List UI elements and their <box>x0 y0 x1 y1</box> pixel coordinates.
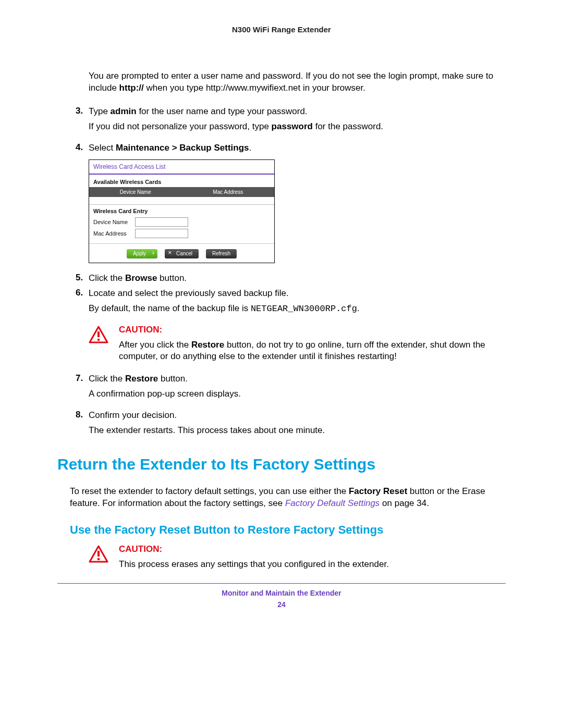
step-8: 8. Confirm your decision. <box>76 410 506 422</box>
text: on page 34. <box>380 498 429 508</box>
step-3: 3. Type admin for the user name and type… <box>76 106 506 118</box>
field-row-device: Device Name <box>89 216 274 228</box>
step-number: 7. <box>76 373 89 385</box>
step-3-followup: If you did not personalize your password… <box>89 121 506 133</box>
text-bold: password <box>272 121 313 131</box>
svg-rect-5 <box>97 558 100 560</box>
footer-rule <box>57 583 506 584</box>
step-6: 6. Locate and select the previously save… <box>76 288 506 300</box>
text: for the user name and type your password… <box>137 106 308 116</box>
caution-block: CAUTION: This process erases any setting… <box>89 544 506 571</box>
text: By default, the name of the backup file … <box>89 303 251 313</box>
field-label: Mac Address <box>93 230 135 237</box>
caution-label: CAUTION: <box>119 325 506 335</box>
text: Click the <box>89 273 125 283</box>
section-label: Wireless Card Entry <box>89 205 274 216</box>
svg-rect-2 <box>97 339 100 341</box>
device-name-input[interactable] <box>135 217 188 227</box>
section-label: Available Wireless Cards <box>89 175 274 187</box>
text: button. <box>158 374 188 384</box>
caution-label: CAUTION: <box>119 544 506 554</box>
step-7-followup: A confirmation pop-up screen displays. <box>89 388 506 400</box>
text: . <box>357 303 360 313</box>
text-bold: Restore <box>191 340 224 350</box>
cancel-button[interactable]: Cancel <box>165 249 199 258</box>
text: when you type http://www.mywifiext.net i… <box>144 83 365 93</box>
button-row: Apply Cancel Refresh <box>89 243 274 263</box>
text: If you did not personalize your password… <box>89 121 272 131</box>
apply-button[interactable]: Apply <box>127 249 157 258</box>
step-8-followup: The extender restarts. This process take… <box>89 425 506 437</box>
page-number: 24 <box>57 600 506 609</box>
svg-rect-4 <box>97 551 100 557</box>
text-bold: Maintenance > Backup Settings <box>116 143 249 153</box>
text: Select <box>89 143 116 153</box>
table-header: Device Name Mac Address <box>89 187 274 197</box>
doc-header: N300 WiFi Range Extender <box>57 25 506 34</box>
step-number: 4. <box>76 142 89 154</box>
text: for the password. <box>313 121 383 131</box>
text: Click the <box>89 374 125 384</box>
factory-reset-intro: To reset the extender to factory default… <box>70 486 506 510</box>
text: Locate and select the previously saved b… <box>89 288 506 300</box>
step-4: 4. Select Maintenance > Backup Settings. <box>76 142 506 154</box>
caution-icon <box>89 544 112 571</box>
table-row <box>89 197 274 205</box>
step-number: 5. <box>76 273 89 285</box>
step-6-followup: By default, the name of the backup file … <box>89 303 506 315</box>
text: . <box>249 143 252 153</box>
footer-section-title: Monitor and Maintain the Extender <box>57 589 506 597</box>
intro-paragraph: You are prompted to enter a user name an… <box>89 70 506 94</box>
text: To reset the extender to factory default… <box>70 486 349 496</box>
text-bold: http:// <box>119 83 144 93</box>
embedded-screenshot: Wireless Card Access List Available Wire… <box>89 159 275 263</box>
col-device-name: Device Name <box>89 189 182 195</box>
text: Type <box>89 106 111 116</box>
step-7: 7. Click the Restore button. <box>76 373 506 385</box>
panel-title: Wireless Card Access List <box>89 160 274 175</box>
field-label: Device Name <box>93 219 135 225</box>
cross-reference-link[interactable]: Factory Default Settings <box>285 498 380 508</box>
step-5: 5. Click the Browse button. <box>76 273 506 285</box>
text-bold: admin <box>111 106 137 116</box>
refresh-button[interactable]: Refresh <box>206 249 237 258</box>
mac-address-input[interactable] <box>135 229 188 238</box>
step-number: 3. <box>76 106 89 118</box>
caution-block: CAUTION: After you click the Restore but… <box>89 325 506 363</box>
section-heading: Return the Extender to Its Factory Setti… <box>57 455 506 473</box>
text: After you click the <box>119 340 191 350</box>
code-text: NETGEAR_WN3000RP.cfg <box>251 304 357 314</box>
step-number: 8. <box>76 410 89 422</box>
caution-text: This process erases any settings that yo… <box>119 559 506 571</box>
subsection-heading: Use the Factory Reset Button to Restore … <box>70 523 506 537</box>
col-mac-address: Mac Address <box>182 189 275 195</box>
text: Confirm your decision. <box>89 410 506 422</box>
field-row-mac: Mac Address <box>89 228 274 239</box>
text-bold: Factory Reset <box>349 486 407 496</box>
text-bold: Browse <box>125 273 157 283</box>
caution-icon <box>89 325 112 363</box>
text-bold: Restore <box>125 374 158 384</box>
caution-text: After you click the Restore button, do n… <box>119 339 506 363</box>
step-number: 6. <box>76 288 89 300</box>
svg-rect-1 <box>97 331 100 337</box>
text: button. <box>157 273 187 283</box>
